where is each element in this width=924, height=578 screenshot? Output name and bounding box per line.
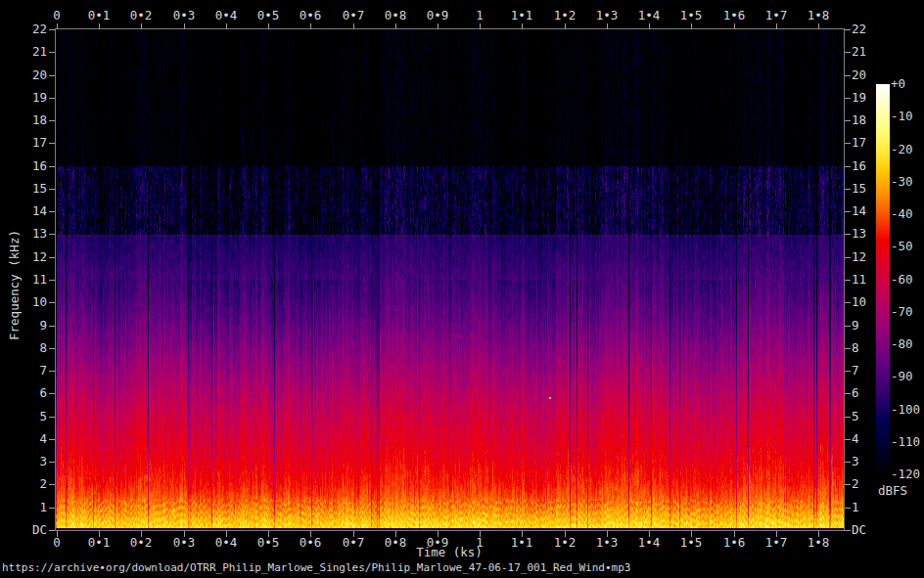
y-tick-left bbox=[49, 234, 55, 235]
x-tick-label-bottom: 1•5 bbox=[670, 536, 713, 550]
y-tick-left bbox=[49, 484, 55, 485]
y-tick-left bbox=[49, 462, 55, 463]
x-tick-label-top: 0 bbox=[35, 9, 78, 22]
x-tick-label-top: 0•2 bbox=[119, 9, 162, 22]
y-tick-label-right: 4 bbox=[852, 432, 859, 446]
y-tick-left bbox=[49, 189, 55, 190]
x-tick-label-bottom: 0•1 bbox=[77, 536, 120, 550]
x-tick-label-top: 1•2 bbox=[543, 9, 586, 22]
y-tick-left bbox=[49, 393, 55, 394]
x-tick-top bbox=[818, 23, 819, 29]
x-tick-top bbox=[141, 23, 142, 29]
x-tick-top bbox=[226, 23, 227, 29]
y-tick-right bbox=[845, 417, 851, 418]
y-tick-right bbox=[845, 348, 851, 349]
colorbar-tick-label: -30 bbox=[891, 175, 913, 189]
y-tick-left bbox=[49, 52, 55, 53]
x-tick-top bbox=[353, 23, 354, 29]
y-tick-label-right: 3 bbox=[852, 455, 859, 468]
x-tick-label-bottom: 1•4 bbox=[627, 536, 670, 550]
x-tick-top bbox=[522, 23, 523, 29]
y-tick-right bbox=[845, 143, 851, 144]
y-tick-right bbox=[845, 211, 851, 212]
y-tick-left bbox=[49, 439, 55, 440]
x-tick-label-top: 1•3 bbox=[585, 9, 628, 22]
y-tick-right bbox=[845, 75, 851, 76]
x-tick-label-top: 0•4 bbox=[205, 9, 248, 22]
x-tick-label-top: 1•5 bbox=[670, 9, 713, 22]
x-tick-label-bottom: 0•3 bbox=[162, 536, 206, 550]
y-tick-label-left: 15 bbox=[0, 182, 47, 196]
y-tick-left bbox=[49, 348, 55, 349]
y-tick-left bbox=[49, 371, 55, 372]
y-axis-title: Frequency (kHz) bbox=[7, 227, 22, 344]
y-tick-label-left: 19 bbox=[0, 91, 47, 105]
y-tick-label-right: 9 bbox=[852, 319, 859, 333]
colorbar-tick-label: -120 bbox=[891, 467, 920, 481]
y-tick-left bbox=[49, 257, 55, 258]
y-tick-right bbox=[845, 280, 851, 281]
colorbar-tick-label: -90 bbox=[891, 370, 913, 383]
y-tick-label-left: 14 bbox=[0, 204, 47, 218]
x-tick-label-bottom: 0•6 bbox=[289, 536, 332, 550]
x-tick-top bbox=[607, 23, 608, 29]
x-tick-label-bottom: 0•4 bbox=[205, 536, 248, 550]
x-tick-label-bottom: 1•8 bbox=[797, 536, 840, 550]
x-tick-label-top: 0•6 bbox=[289, 9, 332, 22]
y-tick-label-right: 19 bbox=[852, 91, 866, 105]
x-tick-label-bottom: 1•3 bbox=[585, 536, 628, 550]
colorbar-tick-label: -110 bbox=[891, 435, 920, 449]
y-tick-left bbox=[49, 508, 55, 509]
y-tick-label-left: 1 bbox=[0, 501, 47, 514]
colorbar-tick-label: -70 bbox=[891, 305, 913, 319]
y-tick-label-right: DC bbox=[852, 523, 866, 537]
y-tick-right bbox=[845, 530, 851, 531]
x-tick-label-top: 0•9 bbox=[416, 9, 459, 22]
colorbar-tick-label: -80 bbox=[891, 337, 913, 351]
y-tick-right bbox=[845, 189, 851, 190]
y-tick-right bbox=[845, 484, 851, 485]
x-tick-label-top: 0•7 bbox=[332, 9, 375, 22]
x-tick-top bbox=[565, 23, 566, 29]
y-tick-left bbox=[49, 29, 55, 30]
y-tick-right bbox=[845, 462, 851, 463]
x-tick-top bbox=[184, 23, 185, 29]
y-tick-label-left: 17 bbox=[0, 136, 47, 150]
y-tick-label-left: 6 bbox=[0, 386, 47, 400]
y-tick-label-right: 2 bbox=[852, 477, 859, 491]
y-tick-label-left: 21 bbox=[0, 45, 47, 59]
x-tick-top bbox=[268, 23, 269, 29]
y-tick-left bbox=[49, 75, 55, 76]
y-tick-label-left: 18 bbox=[0, 113, 47, 127]
colorbar-tick-label: -10 bbox=[891, 110, 913, 123]
y-tick-label-right: 18 bbox=[852, 113, 866, 127]
y-tick-label-right: 16 bbox=[852, 159, 866, 173]
y-tick-label-right: 20 bbox=[852, 68, 866, 82]
y-tick-label-right: 10 bbox=[852, 295, 866, 309]
x-tick-top bbox=[691, 23, 692, 29]
x-tick-label-top: 0•1 bbox=[77, 9, 120, 22]
y-tick-label-right: 15 bbox=[852, 182, 866, 196]
x-tick-top bbox=[57, 23, 58, 29]
y-tick-left bbox=[49, 98, 55, 99]
colorbar-tick-label: -40 bbox=[891, 207, 913, 221]
x-tick-label-top: 1 bbox=[458, 9, 501, 22]
x-tick-top bbox=[438, 23, 439, 29]
y-tick-label-left: 20 bbox=[0, 68, 47, 82]
y-tick-label-right: 11 bbox=[852, 273, 866, 287]
x-tick-label-bottom: 1•6 bbox=[713, 536, 756, 550]
colorbar-tick-label: -60 bbox=[891, 273, 913, 287]
y-tick-left bbox=[49, 120, 55, 121]
x-tick-top bbox=[99, 23, 100, 29]
y-tick-left bbox=[49, 280, 55, 281]
y-tick-right bbox=[845, 439, 851, 440]
y-tick-right bbox=[845, 234, 851, 235]
y-tick-left bbox=[49, 166, 55, 167]
x-tick-top bbox=[310, 23, 311, 29]
source-url: https://archive•org/download/OTRR_Philip… bbox=[2, 561, 630, 574]
y-tick-left bbox=[49, 417, 55, 418]
y-tick-label-left: 3 bbox=[0, 455, 47, 468]
x-tick-top bbox=[649, 23, 650, 29]
colorbar-title: dBFS bbox=[874, 483, 911, 498]
y-tick-right bbox=[845, 393, 851, 394]
